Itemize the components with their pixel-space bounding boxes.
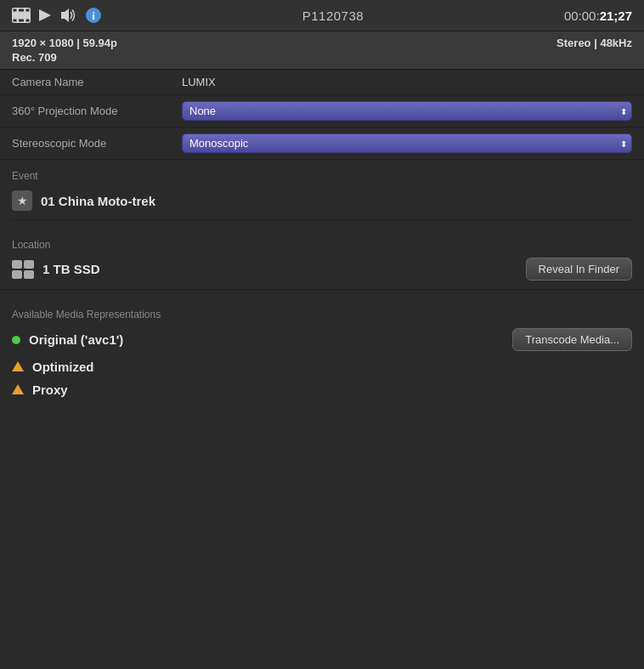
media-section: Available Media Representations Original… — [0, 290, 644, 401]
location-section-header: Location — [0, 229, 644, 254]
proxy-media-name: Proxy — [32, 383, 632, 397]
svg-marker-7 — [39, 9, 51, 21]
projection-row: 360° Projection Mode None Equirectangula… — [0, 95, 644, 128]
specs-row-1: 1920 × 1080 | 59.94p Stereo | 48kHz — [12, 37, 632, 49]
original-media-name: Original ('avc1') — [29, 332, 504, 347]
media-section-header: Available Media Representations — [0, 298, 644, 324]
original-status-icon — [12, 336, 20, 344]
svg-rect-6 — [26, 20, 30, 22]
projection-select[interactable]: None Equirectangular Cubemap — [182, 101, 632, 121]
location-name: 1 TB SSD — [42, 262, 517, 276]
play-icon — [39, 9, 51, 21]
timecode-prefix: 00:00: — [564, 9, 600, 23]
camera-name-value: LUMIX — [182, 76, 632, 88]
audio-icon — [59, 8, 76, 23]
stereo-row: Stereoscopic Mode Monoscopic Stereoscopi… — [0, 128, 644, 159]
grid-cell-3 — [12, 270, 22, 279]
timecode-bold: 21;27 — [600, 9, 632, 23]
projection-label: 360° Projection Mode — [12, 105, 182, 117]
specs-bar: 1920 × 1080 | 59.94p Stereo | 48kHz Rec.… — [0, 31, 644, 70]
optimized-status-icon — [12, 361, 24, 371]
svg-rect-2 — [19, 9, 24, 12]
proxy-status-icon — [12, 384, 24, 394]
svg-rect-4 — [14, 20, 17, 22]
properties-table: Camera Name LUMIX 360° Projection Mode N… — [0, 70, 644, 160]
specs-row-2: Rec. 709 — [12, 51, 632, 64]
specs-audio: Stereo | 48kHz — [556, 37, 632, 49]
camera-name-label: Camera Name — [12, 76, 182, 88]
event-row: ★ 01 China Moto-trek — [0, 185, 644, 219]
specs-resolution: 1920 × 1080 | 59.94p — [12, 37, 117, 49]
clip-name: P1120738 — [302, 9, 364, 23]
svg-rect-1 — [14, 9, 17, 12]
svg-rect-3 — [26, 9, 30, 12]
event-star-icon: ★ — [12, 190, 32, 211]
optimized-media-name: Optimized — [32, 360, 632, 374]
transcode-media-button[interactable]: Transcode Media... — [512, 328, 632, 351]
media-item-original: Original ('avc1') Transcode Media... — [0, 324, 644, 355]
event-section-header: Event — [0, 160, 644, 185]
svg-rect-5 — [19, 20, 24, 22]
media-item-proxy: Proxy — [0, 378, 644, 401]
timecode: 00:00:21;27 — [564, 9, 632, 23]
projection-select-wrapper: None Equirectangular Cubemap ⬍ — [182, 101, 632, 121]
specs-colorspace: Rec. 709 — [12, 51, 57, 64]
stereo-select[interactable]: Monoscopic Stereoscopic Left/Right Top/B… — [182, 133, 632, 153]
info-icon[interactable]: i — [85, 7, 102, 24]
grid-cell-2 — [24, 260, 34, 269]
location-grid-icon — [12, 260, 34, 279]
camera-name-row: Camera Name LUMIX — [0, 70, 644, 95]
svg-marker-8 — [61, 9, 69, 22]
location-section: Location 1 TB SSD Reveal In Finder — [0, 220, 644, 290]
grid-cell-1 — [12, 260, 22, 269]
event-name: 01 China Moto-trek — [41, 194, 155, 208]
stereo-select-wrapper: Monoscopic Stereoscopic Left/Right Top/B… — [182, 133, 632, 153]
film-icon — [12, 8, 31, 23]
top-bar-icons: i — [12, 7, 102, 24]
event-section: Event ★ 01 China Moto-trek — [0, 160, 644, 220]
svg-text:i: i — [92, 9, 95, 22]
grid-cell-4 — [24, 270, 34, 279]
media-item-optimized: Optimized — [0, 355, 644, 378]
location-row: 1 TB SSD Reveal In Finder — [0, 254, 644, 281]
stereo-label: Stereoscopic Mode — [12, 137, 182, 150]
top-bar: i P1120738 00:00:21;27 — [0, 0, 644, 31]
reveal-in-finder-button[interactable]: Reveal In Finder — [526, 258, 632, 281]
